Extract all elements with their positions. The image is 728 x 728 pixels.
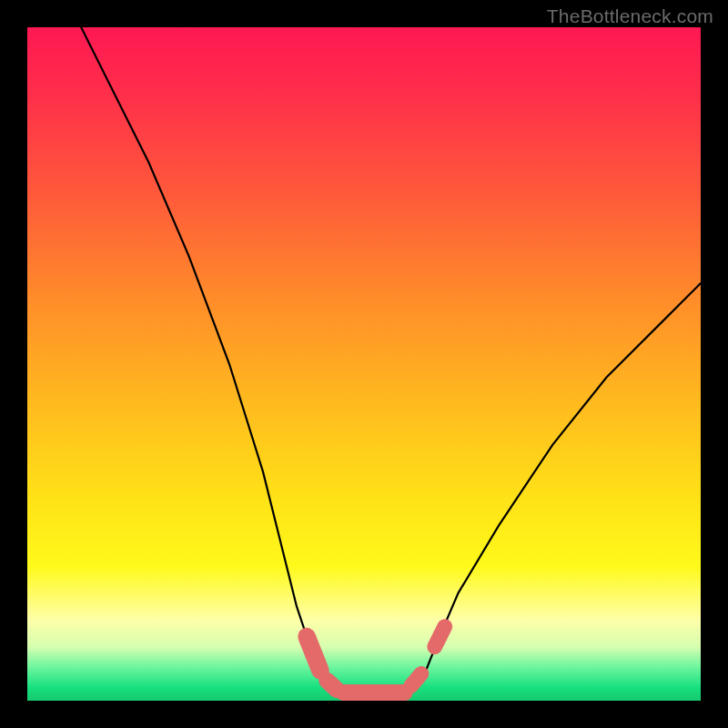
marker-segment-e bbox=[435, 627, 445, 647]
marker-segment-d bbox=[411, 673, 421, 685]
watermark-text: TheBottleneck.com bbox=[547, 5, 713, 27]
marker-segment-a bbox=[307, 637, 320, 671]
curve-svg bbox=[27, 27, 701, 701]
marker-group bbox=[307, 627, 445, 693]
bottleneck-curve bbox=[81, 27, 701, 694]
plot-area bbox=[27, 27, 701, 701]
marker-segment-b bbox=[327, 681, 337, 690]
chart-frame: TheBottleneck.com bbox=[0, 0, 728, 728]
